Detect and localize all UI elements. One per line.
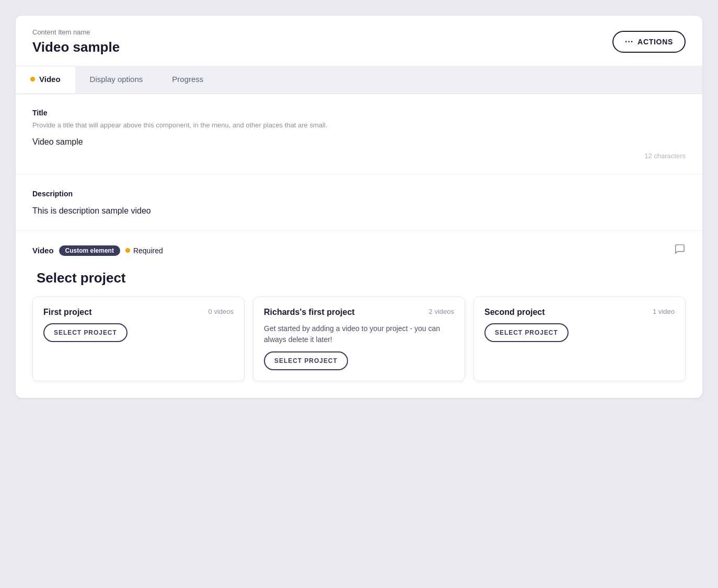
- title-section: Title Provide a title that will appear a…: [16, 94, 702, 175]
- header-left: Content Item name Video sample: [32, 28, 120, 55]
- video-count-0: 0 videos: [209, 308, 234, 315]
- tab-video-label: Video: [39, 75, 61, 84]
- content-item-title: Video sample: [32, 39, 120, 55]
- tab-display-options[interactable]: Display options: [75, 66, 158, 93]
- tab-dot-video: [30, 77, 35, 81]
- main-container: Content Item name Video sample ··· ACTIO…: [16, 16, 702, 398]
- tab-progress[interactable]: Progress: [157, 66, 218, 93]
- project-card-header-1: Richards's first project 2 videos: [264, 308, 454, 317]
- video-label: Video: [32, 246, 54, 255]
- project-description-1: Get started by adding a video to your pr…: [264, 323, 454, 345]
- custom-element-badge: Custom element: [59, 245, 120, 256]
- projects-grid: First project 0 videos SELECT PROJECT Ri…: [32, 297, 686, 381]
- project-card-header-2: Second project 1 video: [484, 308, 675, 317]
- select-project-btn-0[interactable]: SELECT PROJECT: [43, 323, 128, 342]
- project-name-0: First project: [43, 308, 91, 317]
- char-count: 12 characters: [32, 152, 686, 160]
- select-project-btn-1[interactable]: SELECT PROJECT: [264, 351, 348, 370]
- title-value[interactable]: Video sample: [32, 137, 686, 147]
- actions-button[interactable]: ··· ACTIONS: [612, 31, 686, 53]
- required-indicator: Required: [125, 246, 163, 255]
- tabs-bar: Video Display options Progress: [16, 66, 702, 94]
- video-section-header: Video Custom element Required: [32, 243, 686, 257]
- video-section: Video Custom element Required Select pro…: [16, 231, 702, 398]
- actions-button-label: ACTIONS: [638, 38, 673, 46]
- select-project-btn-2[interactable]: SELECT PROJECT: [484, 323, 569, 342]
- project-name-2: Second project: [484, 308, 545, 317]
- header: Content Item name Video sample ··· ACTIO…: [16, 16, 702, 66]
- tab-display-options-label: Display options: [90, 75, 143, 84]
- project-card-2: Second project 1 video SELECT PROJECT: [473, 297, 686, 381]
- title-section-hint: Provide a title that will appear above t…: [32, 121, 686, 129]
- video-count-1: 2 videos: [429, 308, 454, 315]
- project-card-1: Richards's first project 2 videos Get st…: [253, 297, 465, 381]
- tab-progress-label: Progress: [172, 75, 203, 84]
- description-section-label: Description: [32, 190, 686, 198]
- tab-video[interactable]: Video: [16, 66, 75, 93]
- dots-icon: ···: [625, 37, 633, 46]
- required-label: Required: [133, 246, 163, 255]
- required-dot: [125, 248, 130, 253]
- video-count-2: 1 video: [653, 308, 675, 315]
- content-item-label: Content Item name: [32, 28, 120, 36]
- description-value[interactable]: This is description sample video: [32, 206, 686, 216]
- title-section-label: Title: [32, 109, 686, 117]
- project-card-0: First project 0 videos SELECT PROJECT: [32, 297, 245, 381]
- select-project-title: Select project: [32, 270, 686, 286]
- comment-icon[interactable]: [674, 243, 686, 257]
- description-section: Description This is description sample v…: [16, 175, 702, 231]
- project-name-1: Richards's first project: [264, 308, 355, 317]
- project-card-header-0: First project 0 videos: [43, 308, 234, 317]
